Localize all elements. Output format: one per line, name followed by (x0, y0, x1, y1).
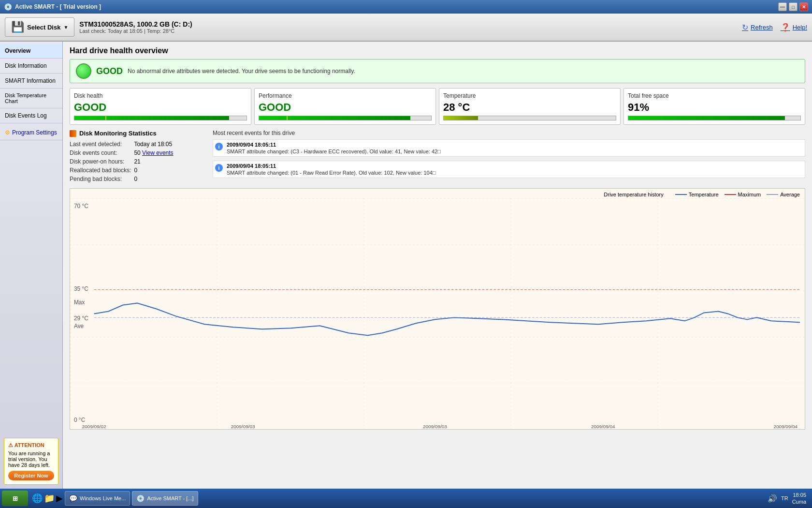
sidebar-item-smart-information[interactable]: SMART Information (0, 74, 62, 89)
legend-maximum: Maximum (725, 192, 761, 197)
stat-label: Reallocated bad blocks: (70, 166, 134, 175)
stat-value: 0 (134, 175, 176, 183)
temperature-progress (443, 116, 616, 120)
monitoring-stats-table: Last event detected: Today at 18:05 Disk… (70, 140, 176, 183)
event-time-1: 2009/09/04 18:05:11 (227, 142, 441, 148)
attention-title: ⚠ ATTENTION (8, 442, 54, 448)
good-status-icon (76, 63, 91, 79)
refresh-icon: ↻ (742, 23, 748, 32)
start-button[interactable]: ⊞ (2, 491, 28, 506)
free-space-value: 91% (628, 101, 801, 114)
free-space-progress (628, 116, 801, 120)
health-card-temperature: Temperature 28 °C (439, 88, 621, 125)
titlebar-left: 💿 Active SMART - [ Trial version ] (4, 3, 101, 11)
toolbar: 💾 Select Disk ▼ STM31000528AS, 1000.2 GB… (0, 14, 812, 42)
folder-icon[interactable]: 📁 (44, 493, 55, 504)
free-space-fill (628, 116, 785, 120)
select-disk-label: Select Disk (27, 24, 60, 31)
free-space-title: Total free space (628, 92, 801, 99)
health-card-free-space: Total free space 91% (624, 88, 805, 125)
svg-rect-0 (70, 198, 805, 429)
main: Overview Disk Information SMART Informat… (0, 42, 812, 489)
locale-indicator: TR (781, 495, 788, 501)
close-button[interactable]: ✕ (799, 2, 808, 11)
event-info-icon-1: i (215, 143, 223, 150)
svg-text:0 °C: 0 °C (74, 417, 86, 423)
toolbar-left: 💾 Select Disk ▼ STM31000528AS, 1000.2 GB… (5, 17, 192, 37)
refresh-button[interactable]: ↻ Refresh (742, 23, 773, 32)
sidebar: Overview Disk Information SMART Informat… (0, 42, 63, 489)
active-smart-label: Active SMART - [...] (147, 495, 193, 501)
disk-health-title: Disk health (74, 92, 247, 99)
monitoring-section: Disk Monitoring Statistics Last event de… (70, 130, 805, 183)
select-disk-button[interactable]: 💾 Select Disk ▼ (5, 17, 74, 37)
disk-health-progress (74, 116, 247, 120)
disk-info: STM31000528AS, 1000.2 GB (C: D:) Last ch… (79, 20, 192, 34)
svg-text:29 °C: 29 °C (74, 315, 88, 322)
health-card-performance: Performance GOOD (254, 88, 436, 125)
disk-health-tick (105, 116, 106, 120)
disk-dropdown-icon: 💾 (11, 21, 24, 33)
status-good-label: GOOD (96, 66, 123, 76)
svg-text:2009/09/03: 2009/09/03 (423, 424, 447, 429)
taskbar-windows-live[interactable]: 💬 Windows Live Me... (65, 491, 130, 506)
titlebar-controls: — □ ✕ (778, 2, 808, 11)
toolbar-right: ↻ Refresh ❓ Help! (742, 23, 807, 32)
sidebar-item-disk-information[interactable]: Disk Information (0, 59, 62, 74)
health-card-disk-health: Disk health GOOD (70, 88, 251, 125)
maximize-button[interactable]: □ (789, 2, 798, 11)
temperature-title: Temperature (443, 92, 616, 99)
page-title: Hard drive health overview (70, 46, 805, 55)
stat-value: Today at 18:05 (134, 140, 176, 149)
legend-temperature: Temperature (675, 192, 719, 197)
register-now-button[interactable]: Register Now (8, 471, 54, 480)
monitoring-right: Most recent events for this drive i 2009… (213, 130, 805, 183)
dropdown-arrow-icon: ▼ (63, 25, 68, 30)
svg-text:Max: Max (74, 299, 85, 306)
sidebar-item-disk-temperature-chart[interactable]: Disk Temperature Chart (0, 89, 62, 108)
minimize-button[interactable]: — (778, 2, 787, 11)
stat-label: Last event detected: (70, 140, 134, 149)
stat-value: 0 (134, 166, 176, 175)
temperature-chart-svg: 70 °C 35 °C Max 29 °C Ave 0 °C 2009/09/0… (70, 198, 805, 429)
monitoring-title: Disk Monitoring Statistics (70, 130, 205, 137)
help-label: Help! (793, 24, 807, 31)
stat-value: 21 (134, 157, 176, 166)
performance-title: Performance (259, 92, 432, 99)
refresh-label: Refresh (751, 24, 773, 31)
monitoring-bar-icon (70, 130, 76, 137)
status-bar: GOOD No abnormal drive attributes were d… (70, 59, 805, 83)
monitoring-left: Disk Monitoring Statistics Last event de… (70, 130, 205, 183)
stat-label: Pending bad blocks: (70, 175, 134, 183)
stat-value: 50 View events (134, 149, 176, 157)
titlebar: 💿 Active SMART - [ Trial version ] — □ ✕ (0, 0, 812, 14)
sidebar-item-program-settings[interactable]: ⚙ Program Settings (0, 125, 62, 140)
settings-label: Program Settings (12, 129, 57, 136)
stat-row-reallocated: Reallocated bad blocks: 0 (70, 166, 176, 175)
disk-name: STM31000528AS, 1000.2 GB (C: D:) (79, 20, 192, 28)
attention-box: ⚠ ATTENTION You are running a trial vers… (4, 438, 58, 485)
disk-last-check: Last check: Today at 18:05 | Temp: 28°C (79, 28, 192, 34)
svg-text:2009/09/04: 2009/09/04 (773, 424, 798, 429)
sidebar-item-disk-events-log[interactable]: Disk Events Log (0, 108, 62, 123)
app-title: Active SMART - [ Trial version ] (15, 3, 101, 10)
view-events-link[interactable]: View events (142, 149, 173, 156)
ie-icon[interactable]: 🌐 (32, 493, 43, 504)
health-cards: Disk health GOOD Performance GOOD Temper… (70, 88, 805, 125)
taskbar: ⊞ 🌐 📁 ▶ 💬 Windows Live Me... 💿 Active SM… (0, 489, 812, 508)
temperature-value: 28 °C (443, 101, 616, 114)
performance-fill (259, 116, 410, 120)
taskbar-active-smart[interactable]: 💿 Active SMART - [...] (132, 491, 198, 506)
event-time-2: 2009/09/04 18:05:11 (227, 163, 435, 169)
disk-health-fill (74, 116, 229, 120)
taskbar-right: 🔊 TR 18:05 Cuma (768, 492, 810, 506)
svg-text:35 °C: 35 °C (74, 285, 88, 292)
media-icon[interactable]: ▶ (56, 493, 63, 504)
status-description: No abnormal drive attributes were detect… (128, 68, 355, 75)
stat-row-last-event: Last event detected: Today at 18:05 (70, 140, 176, 149)
temperature-fill (444, 116, 478, 120)
help-button[interactable]: ❓ Help! (781, 23, 807, 32)
stat-row-events-count: Disk events count: 50 View events (70, 149, 176, 157)
sidebar-item-overview[interactable]: Overview (0, 44, 62, 59)
network-icon: 🔊 (768, 494, 777, 503)
